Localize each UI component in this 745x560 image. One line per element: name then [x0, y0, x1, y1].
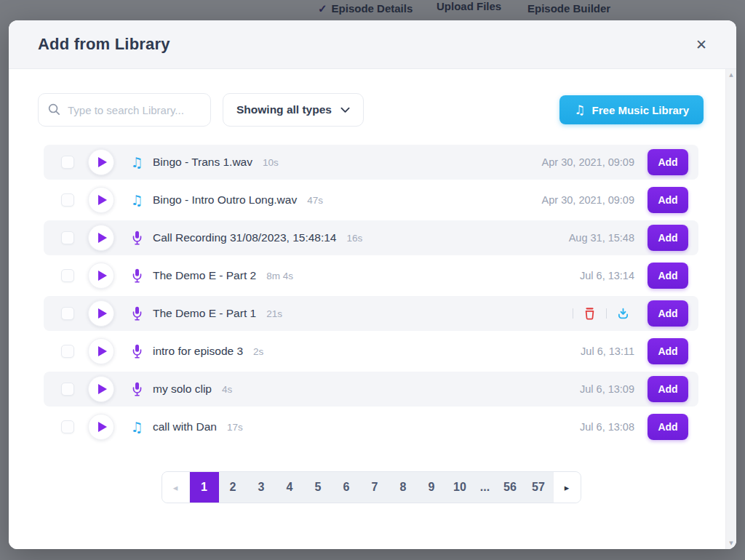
table-row: Call Recording 31/08/2023, 15:48:14 16s … — [44, 220, 698, 255]
pagination-page-8[interactable]: 8 — [389, 472, 418, 503]
file-duration: 8m 4s — [266, 271, 293, 281]
play-icon — [98, 384, 107, 394]
type-filter-label: Showing all types — [236, 103, 332, 116]
download-button[interactable] — [616, 307, 630, 320]
pagination-page-9[interactable]: 9 — [418, 472, 446, 503]
file-name: Call Recording 31/08/2023, 15:48:14 — [153, 231, 337, 244]
file-duration: 4s — [222, 384, 232, 395]
add-button[interactable]: Add — [648, 225, 688, 251]
delete-button[interactable] — [583, 306, 597, 321]
row-checkbox[interactable] — [61, 231, 74, 244]
row-actions — [573, 306, 630, 321]
pagination-prev-icon[interactable]: ◂ — [162, 472, 190, 503]
file-duration: 21s — [266, 308, 282, 319]
play-icon — [98, 271, 107, 281]
close-icon[interactable]: ✕ — [696, 38, 707, 52]
file-duration: 10s — [263, 157, 279, 168]
search-icon — [47, 103, 61, 119]
file-name: my solo clip — [153, 383, 212, 396]
scroll-down-icon[interactable]: ▼ — [729, 537, 733, 549]
file-date: Apr 30, 2021, 09:09 — [542, 194, 634, 206]
table-row: intro for episode 3 2s Jul 6, 13:11 Add — [44, 334, 698, 369]
file-duration: 16s — [347, 233, 363, 244]
play-icon — [98, 157, 107, 167]
file-duration: 2s — [253, 346, 263, 357]
table-row: The Demo E - Part 1 21s — [44, 296, 698, 331]
modal-title: Add from Library — [38, 35, 170, 54]
file-name: The Demo E - Part 2 — [153, 269, 256, 282]
add-from-library-modal: Add from Library ✕ Showing all types — [9, 20, 736, 549]
pagination-page-1[interactable]: 1 — [190, 472, 219, 503]
divider — [573, 308, 573, 319]
pagination-page-6[interactable]: 6 — [332, 472, 361, 503]
pagination-page-10[interactable]: 10 — [446, 472, 474, 503]
file-name: Bingo - Intro Outro Long.wav — [153, 193, 297, 207]
file-duration: 47s — [307, 195, 323, 206]
pagination-page-57[interactable]: 57 — [525, 472, 553, 503]
file-date: Apr 30, 2021, 09:09 — [542, 156, 634, 168]
microphone-icon — [129, 231, 145, 245]
scrollbar[interactable]: ▲ ▼ — [725, 69, 736, 549]
modal-body: Showing all types ♫ Free Music Library ♫ — [9, 69, 736, 549]
file-date: Jul 6, 13:14 — [580, 270, 634, 281]
microphone-icon — [129, 306, 145, 321]
row-checkbox[interactable] — [61, 420, 74, 433]
scroll-up-icon[interactable]: ▲ — [729, 69, 733, 81]
play-button[interactable] — [88, 414, 114, 440]
file-duration: 17s — [227, 422, 243, 433]
file-name: The Demo E - Part 1 — [153, 307, 256, 320]
free-music-library-button[interactable]: ♫ Free Music Library — [559, 95, 704, 124]
file-date: Aug 31, 15:48 — [569, 232, 634, 244]
table-row: The Demo E - Part 2 8m 4s Jul 6, 13:14 A… — [44, 258, 698, 293]
play-button[interactable] — [88, 376, 114, 402]
play-button[interactable] — [88, 300, 114, 327]
play-icon — [98, 346, 107, 356]
pagination-page-2[interactable]: 2 — [219, 472, 247, 503]
pagination-page-5[interactable]: 5 — [304, 472, 332, 503]
table-row: ♫ Bingo - Trans 1.wav 10s Apr 30, 2021, … — [44, 145, 698, 180]
modal-header: Add from Library ✕ — [9, 20, 736, 69]
microphone-icon — [129, 268, 145, 283]
divider — [606, 308, 607, 319]
add-button[interactable]: Add — [648, 300, 688, 327]
toolbar: Showing all types ♫ Free Music Library — [9, 69, 725, 127]
row-checkbox[interactable] — [61, 307, 74, 320]
microphone-icon — [129, 344, 145, 359]
search-input[interactable] — [38, 93, 211, 127]
play-icon — [98, 233, 107, 243]
play-button[interactable] — [88, 338, 114, 364]
add-button[interactable]: Add — [648, 414, 688, 440]
row-checkbox[interactable] — [61, 269, 74, 282]
pagination-page-3[interactable]: 3 — [247, 472, 276, 503]
add-button[interactable]: Add — [648, 149, 688, 175]
file-name: intro for episode 3 — [153, 345, 243, 358]
pagination-page-7[interactable]: 7 — [361, 472, 389, 503]
file-name: Bingo - Trans 1.wav — [153, 156, 252, 169]
play-button[interactable] — [88, 263, 114, 289]
add-button[interactable]: Add — [648, 263, 688, 289]
row-checkbox[interactable] — [61, 383, 74, 396]
row-checkbox[interactable] — [61, 193, 74, 207]
pagination: ◂ 1 2 3 4 5 6 7 8 9 10 ... 56 57 ▸ — [162, 471, 581, 503]
pagination-page-4[interactable]: 4 — [276, 472, 304, 503]
row-checkbox[interactable] — [61, 345, 74, 358]
play-icon — [98, 195, 107, 205]
play-button[interactable] — [88, 187, 114, 213]
type-filter-dropdown[interactable]: Showing all types — [223, 93, 364, 127]
add-button[interactable]: Add — [648, 376, 688, 402]
row-checkbox[interactable] — [61, 156, 74, 169]
play-button[interactable] — [88, 225, 114, 251]
pagination-ellipsis: ... — [474, 472, 496, 503]
pagination-page-56[interactable]: 56 — [496, 472, 525, 503]
play-button[interactable] — [88, 149, 114, 175]
file-date: Jul 6, 13:08 — [580, 421, 634, 433]
free-music-library-label: Free Music Library — [592, 104, 689, 116]
library-file-list: ♫ Bingo - Trans 1.wav 10s Apr 30, 2021, … — [44, 145, 698, 503]
music-note-icon: ♫ — [129, 193, 145, 207]
add-button[interactable]: Add — [648, 338, 688, 364]
pagination-next-icon[interactable]: ▸ — [553, 472, 581, 503]
music-notes-icon: ♫ — [574, 104, 585, 116]
search-box — [38, 93, 211, 127]
add-button[interactable]: Add — [648, 187, 688, 213]
music-note-icon: ♫ — [129, 420, 145, 434]
